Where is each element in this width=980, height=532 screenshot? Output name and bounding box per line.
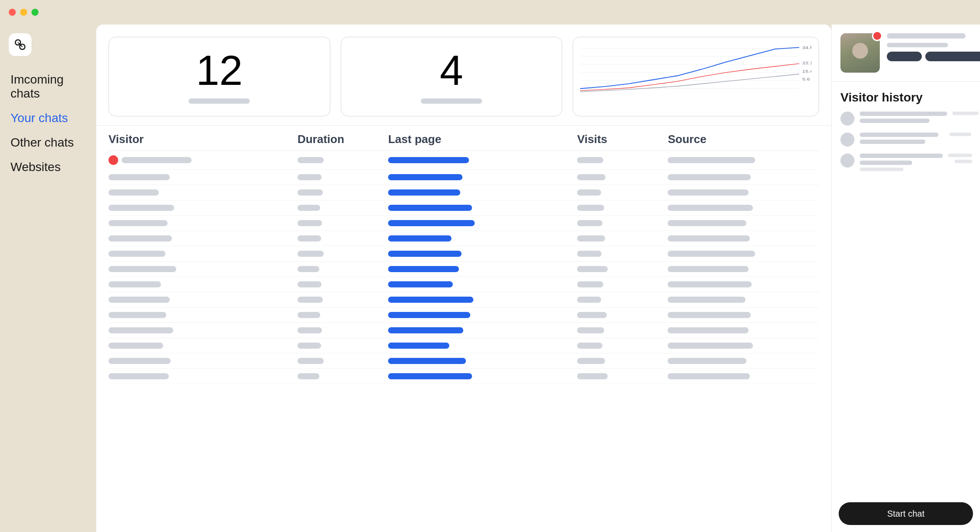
start-chat-label: Start chat: [887, 509, 925, 519]
active-dot: [108, 155, 118, 165]
traffic-light-yellow[interactable]: [20, 9, 27, 16]
visitor-bar: [108, 281, 161, 287]
vh-line: [860, 154, 943, 158]
last-page-bar: [388, 235, 452, 242]
last-page-bar: [388, 266, 459, 272]
vh-time: [952, 112, 979, 115]
sidebar-item-websites[interactable]: Websites: [0, 156, 96, 178]
source-cell: [668, 220, 819, 226]
vh-item-1: [840, 112, 971, 126]
table-row[interactable]: [108, 216, 819, 231]
vh-line: [860, 133, 938, 137]
visitor-tag-1: [887, 52, 922, 61]
source-cell: [668, 205, 819, 211]
vh-item-2: [840, 133, 971, 147]
source-bar: [668, 205, 753, 211]
last-page-cell: [388, 174, 577, 180]
chart-card: 34.5 22.1 15.4 5.6: [573, 37, 819, 116]
visitor-cell: [108, 358, 298, 364]
visits-bar: [577, 373, 608, 379]
visitor-tag-2: [925, 52, 980, 61]
table-row[interactable]: [108, 292, 819, 308]
table-row[interactable]: [108, 308, 819, 323]
traffic-light-red[interactable]: [9, 9, 16, 16]
source-bar: [668, 220, 746, 226]
visitor-cell: [108, 312, 298, 318]
stats-row: 12 4: [96, 24, 831, 126]
vh-time: [949, 133, 971, 136]
source-cell: [668, 174, 819, 180]
last-page-bar: [388, 281, 453, 287]
svg-text:5.6: 5.6: [802, 77, 810, 81]
visitor-history: Visitor history: [832, 82, 980, 502]
table-row[interactable]: [108, 246, 819, 262]
source-bar: [668, 373, 750, 379]
table-row[interactable]: [108, 323, 819, 338]
traffic-light-green[interactable]: [32, 9, 38, 16]
last-page-cell: [388, 205, 577, 211]
source-bar: [668, 358, 746, 364]
visitor-cell: [108, 327, 298, 333]
table-row[interactable]: [108, 338, 819, 354]
duration-bar: [298, 343, 321, 349]
col-duration: Duration: [298, 133, 388, 146]
visitor-sub-bar-1: [887, 43, 948, 47]
visits-cell: [577, 220, 668, 226]
stat-number-1: 12: [196, 49, 243, 91]
stat-label-bar-2: [421, 98, 482, 104]
visits-bar: [577, 174, 606, 180]
col-visitor: Visitor: [108, 133, 298, 146]
table-row[interactable]: [108, 231, 819, 246]
table-row[interactable]: [108, 200, 819, 216]
visits-bar: [577, 157, 603, 163]
source-cell: [668, 373, 819, 379]
vh-avatar-1: [840, 112, 854, 126]
start-chat-button[interactable]: Start chat: [839, 502, 973, 525]
main-content: 12 4: [96, 24, 831, 532]
last-page-bar: [388, 174, 462, 180]
source-cell: [668, 343, 819, 349]
last-page-cell: [388, 220, 577, 226]
last-page-cell: [388, 297, 577, 303]
visits-bar: [577, 312, 607, 318]
last-page-bar: [388, 220, 475, 226]
avatar-wrap: [840, 33, 880, 73]
sidebar-item-incoming[interactable]: Imcoming chats: [0, 68, 96, 105]
app-logo[interactable]: [9, 33, 32, 56]
table-row[interactable]: [108, 354, 819, 369]
duration-bar: [298, 297, 323, 303]
sidebar-item-your-chats[interactable]: Your chats: [0, 107, 96, 130]
visits-bar: [577, 358, 605, 364]
visitor-cell: [108, 189, 298, 196]
duration-bar: [298, 373, 319, 379]
table-row[interactable]: [108, 262, 819, 277]
visitor-bar: [108, 235, 172, 242]
vh-line: [860, 161, 912, 165]
stat-number-2: 4: [440, 49, 463, 91]
vh-avatar-3: [840, 154, 854, 168]
duration-cell: [298, 205, 388, 211]
table-row[interactable]: [108, 151, 819, 170]
visits-cell: [577, 174, 668, 180]
visitor-bar: [108, 327, 173, 333]
visits-bar: [577, 297, 601, 303]
last-page-cell: [388, 312, 577, 318]
last-page-bar: [388, 189, 460, 196]
sidebar-item-other-chats[interactable]: Other chats: [0, 131, 96, 154]
visitor-bar: [108, 220, 168, 226]
table-row[interactable]: [108, 170, 819, 185]
table-row[interactable]: [108, 369, 819, 384]
table-row[interactable]: [108, 277, 819, 292]
visitor-tag-row: [887, 52, 980, 61]
table-row[interactable]: [108, 185, 819, 200]
visitor-cell: [108, 155, 298, 165]
visits-bar: [577, 205, 604, 211]
visits-cell: [577, 235, 668, 242]
last-page-bar: [388, 157, 469, 163]
stat-card-2: 4: [341, 37, 563, 116]
duration-cell: [298, 312, 388, 318]
visitor-bar: [108, 266, 176, 272]
visitor-bar: [108, 189, 159, 196]
col-source: Source: [668, 133, 819, 146]
source-cell: [668, 327, 819, 333]
